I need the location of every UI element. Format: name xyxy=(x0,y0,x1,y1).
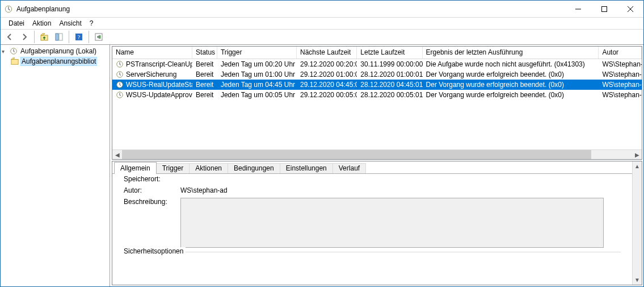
cell-last: 28.12.2020 04:45:01 xyxy=(357,81,422,89)
cell-author: WS\stephan-ad xyxy=(599,91,642,99)
security-options-label: Sicherheitsoptionen xyxy=(121,247,186,255)
tab-general[interactable]: Allgemein xyxy=(114,162,157,174)
table-row[interactable]: WSUS-UpdateApprovalBereitJeden Tag um 00… xyxy=(112,90,642,100)
tree-root-label: Aufgabenplanung (Lokal) xyxy=(19,47,98,55)
titlebar: Aufgabenplanung xyxy=(1,1,643,18)
task-icon xyxy=(116,91,124,99)
cell-last: 28.12.2020 00:05:01 xyxy=(357,91,422,99)
window-title: Aufgabenplanung xyxy=(16,5,70,13)
description-textarea[interactable] xyxy=(180,198,604,248)
col-trigger[interactable]: Trigger xyxy=(217,47,297,59)
menu-help[interactable]: ? xyxy=(86,19,97,28)
col-name[interactable]: Name xyxy=(112,47,192,59)
cell-status: Bereit xyxy=(192,81,217,89)
vertical-scrollbar[interactable]: ▲ ▼ xyxy=(632,161,642,285)
cell-last: 28.12.2020 01:00:01 xyxy=(357,70,422,78)
table-row[interactable]: PSTranscript-CleanUpBereitJeden Tag um 0… xyxy=(112,59,642,69)
svg-text:?: ? xyxy=(78,34,81,40)
cell-result: Die Aufgabe wurde noch nicht ausgeführt.… xyxy=(423,60,599,68)
table-row[interactable]: ServerSicherungBereitJeden Tag um 01:00 … xyxy=(112,69,642,80)
tree-root[interactable]: ▾ Aufgabenplanung (Lokal) xyxy=(1,46,110,56)
location-label: Speicherort: xyxy=(124,175,180,183)
toolbar: ? xyxy=(1,29,643,45)
author-value: WS\stephan-ad xyxy=(180,186,228,194)
cell-status: Bereit xyxy=(192,60,217,68)
task-scheduler-icon xyxy=(10,47,18,55)
refresh-button[interactable] xyxy=(92,30,106,44)
tab-content-general: Speicherort: Autor: WS\stephan-ad Beschr… xyxy=(112,173,632,285)
svg-rect-1 xyxy=(602,6,607,11)
cell-next: 29.12.2020 01:00:00 xyxy=(297,70,357,78)
col-last[interactable]: Letzte Laufzeit xyxy=(357,47,422,59)
folder-icon xyxy=(11,57,19,65)
scroll-up-icon[interactable]: ▲ xyxy=(633,161,642,171)
cell-author: WS\stephan-ad xyxy=(599,81,642,89)
collapse-icon[interactable]: ▾ xyxy=(2,48,8,55)
up-button[interactable] xyxy=(37,30,51,44)
cell-author: WS\stephan-ad xyxy=(599,70,642,78)
col-author[interactable]: Autor xyxy=(599,47,642,59)
cell-name: ServerSicherung xyxy=(112,70,192,78)
author-label: Autor: xyxy=(124,186,180,194)
col-result[interactable]: Ergebnis der letzten Ausführung xyxy=(423,47,599,59)
task-list-body[interactable]: PSTranscript-CleanUpBereitJeden Tag um 0… xyxy=(112,59,642,149)
cell-author: WS\Stephan-T0 xyxy=(599,60,642,68)
help-button[interactable]: ? xyxy=(72,30,86,44)
tab-settings[interactable]: Einstellungen xyxy=(280,163,333,174)
scroll-down-icon[interactable]: ▼ xyxy=(633,275,642,285)
task-icon xyxy=(116,60,124,68)
cell-trigger: Jeden Tag um 00:05 Uhr xyxy=(217,91,297,99)
task-list: Name Status Trigger Nächste Laufzeit Let… xyxy=(112,46,642,160)
back-button[interactable] xyxy=(3,30,16,44)
tab-history[interactable]: Verlauf xyxy=(332,163,366,174)
security-options-group: Sicherheitsoptionen xyxy=(124,252,621,260)
task-list-header: Name Status Trigger Nächste Laufzeit Let… xyxy=(112,47,642,59)
menu-file[interactable]: Datei xyxy=(5,19,28,28)
col-status[interactable]: Status xyxy=(192,47,217,59)
description-label: Beschreibung: xyxy=(124,198,180,206)
svg-rect-10 xyxy=(11,60,18,65)
menu-view[interactable]: Ansicht xyxy=(56,19,85,28)
cell-result: Der Vorgang wurde erfolgreich beendet. (… xyxy=(423,81,599,89)
scroll-track[interactable] xyxy=(633,171,642,275)
tab-actions[interactable]: Aktionen xyxy=(189,163,228,174)
toolbar-separator xyxy=(69,31,69,43)
tree-library[interactable]: Aufgabenplanungsbibliot xyxy=(1,56,110,66)
cell-name: WSUS-UpdateApproval xyxy=(112,91,192,99)
svg-rect-8 xyxy=(99,35,100,39)
col-next[interactable]: Nächste Laufzeit xyxy=(297,47,357,59)
cell-next: 29.12.2020 00:05:00 xyxy=(297,91,357,99)
close-button[interactable] xyxy=(617,1,643,18)
table-row[interactable]: WSUS-RealUpdateStateBereitJeden Tag um 0… xyxy=(112,80,642,90)
forward-button[interactable] xyxy=(18,30,31,44)
cell-trigger: Jeden Tag um 04:45 Uhr xyxy=(217,81,297,89)
horizontal-scrollbar[interactable]: ◀ ▶ xyxy=(112,149,642,159)
minimize-button[interactable] xyxy=(565,1,591,18)
cell-result: Der Vorgang wurde erfolgreich beendet. (… xyxy=(423,70,599,78)
cell-name: WSUS-RealUpdateState xyxy=(112,81,192,89)
task-icon xyxy=(116,81,124,89)
tab-trigger[interactable]: Trigger xyxy=(156,163,190,174)
cell-status: Bereit xyxy=(192,91,217,99)
menubar: Datei Aktion Ansicht ? xyxy=(1,18,643,29)
task-icon xyxy=(116,70,124,78)
cell-last: 30.11.1999 00:00:00 xyxy=(357,60,422,68)
cell-status: Bereit xyxy=(192,70,217,78)
scroll-right-icon[interactable]: ▶ xyxy=(632,150,642,159)
tab-conditions[interactable]: Bedingungen xyxy=(228,163,280,174)
menu-action[interactable]: Aktion xyxy=(29,19,54,28)
svg-rect-3 xyxy=(56,34,58,40)
toolbar-separator xyxy=(34,31,35,43)
properties-button[interactable] xyxy=(52,30,66,44)
cell-trigger: Jeden Tag um 00:20 Uhr xyxy=(217,60,297,68)
cell-name: PSTranscript-CleanUp xyxy=(112,60,192,68)
cell-next: 29.12.2020 04:45:00 xyxy=(297,81,357,89)
cell-next: 29.12.2020 00:20:00 xyxy=(297,60,357,68)
tree-library-label: Aufgabenplanungsbibliot xyxy=(20,57,97,66)
tree-pane[interactable]: ▾ Aufgabenplanung (Lokal) Aufgabenplanun… xyxy=(1,45,110,286)
scroll-track[interactable] xyxy=(122,150,632,159)
maximize-button[interactable] xyxy=(591,1,617,18)
scroll-left-icon[interactable]: ◀ xyxy=(112,150,122,159)
cell-result: Der Vorgang wurde erfolgreich beendet. (… xyxy=(423,91,599,99)
cell-trigger: Jeden Tag um 01:00 Uhr xyxy=(217,70,297,78)
